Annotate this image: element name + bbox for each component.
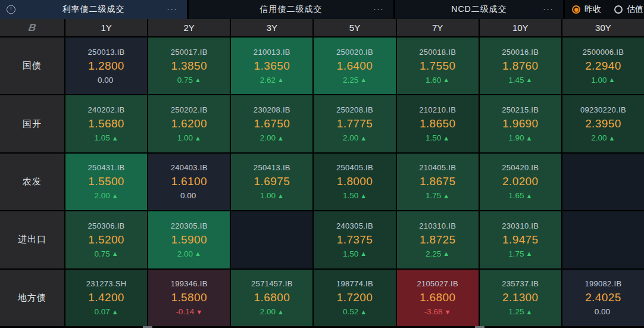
tab-menu-icon[interactable]: ··· [543,4,554,14]
bond-cell[interactable]: 250405.IB 1.8000 1.50▲ [314,154,395,210]
tab-label: NCD二级成交 [451,4,507,15]
bond-cell[interactable]: 250215.IB 1.9690 1.90▲ [480,95,561,152]
column-header-7y: 7Y [397,19,479,36]
bond-change: 1.65▲ [508,191,532,200]
bond-change: 2.00▲ [343,133,367,142]
tab-rate-bond-trades[interactable]: ! 利率债二级成交 ··· [0,0,187,19]
radio-yesterday-close[interactable]: 昨收 [572,4,601,15]
bond-change: 0.52▲ [343,307,367,316]
change-arrow-icon: ▲ [112,135,118,142]
change-arrow-icon: ▲ [112,192,118,199]
bond-cell[interactable]: 250013.IB 1.2800 0.00 [65,38,147,94]
bond-cell-empty[interactable] [231,211,312,268]
bond-code: 250020.IB [336,48,373,57]
bond-change: 1.25▲ [508,307,532,316]
bond-cell[interactable]: 199082.IB 2.4025 0.00 [562,270,644,326]
bond-cell[interactable]: 09230220.IB 2.3950 2.00▲ [562,95,644,152]
radio-icon [572,5,580,14]
bond-yield: 1.5200 [88,233,124,246]
bond-cell[interactable]: 230310.IB 1.9475 1.75▲ [480,211,561,268]
bond-change: 1.00▲ [177,133,201,142]
bond-cell[interactable]: 210013.IB 1.3650 2.62▲ [231,38,312,94]
bond-change: 0.75▲ [177,76,201,85]
bond-code: 2500006.IB [583,48,624,57]
bond-change: 2.25▲ [343,76,367,85]
row-label-cdb: 国开 [0,95,64,152]
bond-yield: 2.3950 [585,117,621,130]
bond-cell[interactable]: 250420.IB 2.0200 1.65▲ [480,154,561,210]
bond-change: 0.00 [595,307,612,316]
bond-yield: 2.2940 [585,60,621,73]
bond-cell[interactable]: 210405.IB 1.8675 1.75▲ [397,154,479,210]
tab-label: 利率债二级成交 [62,4,125,15]
bond-yield: 1.6800 [254,291,290,304]
bond-cell[interactable]: 220305.IB 1.5900 2.00▲ [148,211,230,268]
bond-cell[interactable]: 230208.IB 1.6750 2.00▲ [231,95,312,152]
bond-code: 250306.IB [88,221,125,230]
bond-cell[interactable]: 235737.IB 2.1300 1.25▲ [480,270,561,326]
top-tab-bar: ! 利率债二级成交 ··· 信用债二级成交 ··· NCD二级成交 ··· 昨收… [0,0,644,19]
bond-yield: 1.6400 [337,60,373,73]
bond-cell[interactable]: 250413.IB 1.6975 1.00▲ [231,154,312,210]
bond-code: 210405.IB [419,163,456,172]
tab-ncd-trades[interactable]: NCD二级成交 ··· [395,0,563,19]
bond-yield: 1.7775 [337,117,373,130]
change-arrow-icon: ▲ [526,76,532,83]
change-arrow-icon: ▲ [277,76,284,83]
change-arrow-icon: ▲ [277,135,284,142]
bond-cell[interactable]: 240202.IB 1.5680 1.05▲ [65,95,147,152]
change-arrow-icon: ▼ [196,308,202,315]
bond-change: 1.75▲ [508,249,532,258]
bond-cell[interactable]: 250016.IB 1.8760 1.45▲ [480,38,561,94]
bond-code: 240202.IB [88,105,125,114]
bond-cell[interactable]: 231273.SH 1.4200 0.07▲ [65,270,147,326]
change-arrow-icon: ▲ [360,192,367,199]
bond-yield: 1.6975 [254,175,290,188]
bond-change: 2.00▲ [177,249,201,258]
bond-yield: 1.4200 [88,291,124,304]
bond-yield: 1.5500 [88,175,124,188]
column-header-1y: 1Y [65,19,147,36]
bond-cell[interactable]: 250018.IB 1.7550 1.60▲ [397,38,479,94]
bond-cell[interactable]: 2571457.IB 1.6800 2.00▲ [231,270,312,326]
bond-yield: 1.8000 [337,175,373,188]
bond-code: 250013.IB [88,48,125,57]
bond-cell[interactable]: 198774.IB 1.7200 0.52▲ [314,270,395,326]
bond-change: 2.62▲ [260,76,284,85]
bond-cell-empty[interactable] [562,154,644,210]
bond-change: 1.50▲ [426,133,449,142]
bond-cell[interactable]: 210310.IB 1.8725 2.25▲ [397,211,479,268]
tab-menu-icon[interactable]: ··· [167,4,177,14]
bond-yield: 1.5900 [171,233,207,246]
app-logo-icon: B [27,22,36,34]
bond-yield: 1.6750 [254,117,290,130]
bond-code: 210210.IB [419,105,456,114]
bond-change: 0.07▲ [94,307,118,316]
bond-cell[interactable]: 240305.IB 1.7375 1.50▲ [314,211,395,268]
info-icon[interactable]: ! [7,5,15,14]
bond-cell[interactable]: 250208.IB 1.7775 2.00▲ [314,95,395,152]
change-arrow-icon: ▲ [195,76,201,83]
bond-cell-empty[interactable] [562,211,644,268]
bond-cell[interactable]: 250306.IB 1.5200 0.75▲ [65,211,147,268]
tab-credit-bond-trades[interactable]: 信用债二级成交 ··· [189,0,393,19]
change-arrow-icon: ▲ [526,308,532,315]
bond-cell[interactable]: 250431.IB 1.5500 2.00▲ [65,154,147,210]
bond-cell[interactable]: 240403.IB 1.6100 0.00 [148,154,230,210]
bond-cell[interactable]: 2105027.IB 1.6800 -3.68▼ [397,270,479,326]
tab-menu-icon[interactable]: ··· [373,4,384,14]
column-header-10y: 10Y [480,19,561,36]
bond-cell[interactable]: 199346.IB 1.5800 -0.14▼ [148,270,230,326]
bond-change: 0.75▲ [94,249,118,258]
bond-cell[interactable]: 2500006.IB 2.2940 1.00▲ [562,38,644,94]
bond-code: 250413.IB [254,163,290,172]
radio-valuation[interactable]: 估值 [614,4,643,15]
bond-yield: 1.3650 [254,60,290,73]
bond-cell[interactable]: 210210.IB 1.8650 1.50▲ [397,95,479,152]
bond-cell[interactable]: 250020.IB 1.6400 2.25▲ [314,38,395,94]
change-arrow-icon: ▲ [443,135,449,142]
bond-yield: 1.7550 [420,60,456,73]
bond-cell[interactable]: 250017.IB 1.3850 0.75▲ [148,38,230,94]
bond-cell[interactable]: 250202.IB 1.6200 1.00▲ [148,95,230,152]
bond-change: 2.00▲ [260,307,284,316]
